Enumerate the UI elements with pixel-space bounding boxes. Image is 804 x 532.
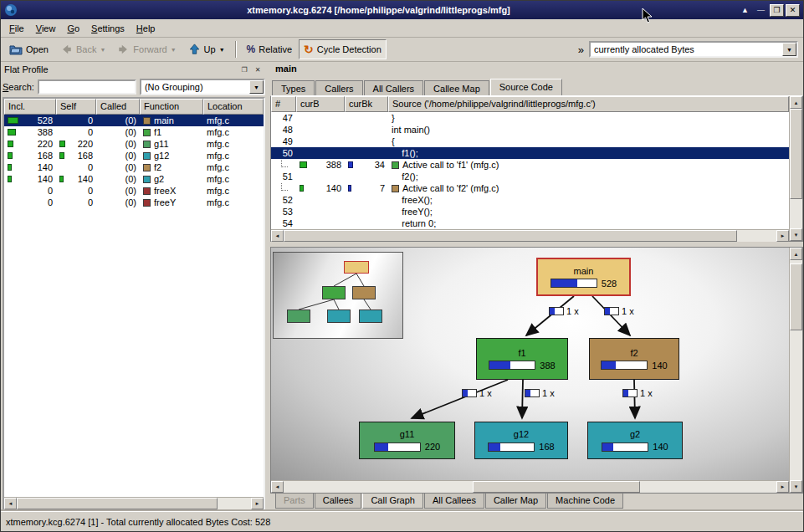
column-header-called[interactable]: Called <box>96 99 140 115</box>
open-button[interactable]: Open <box>4 39 54 59</box>
edge-label-main-f1[interactable]: 1 x <box>549 306 579 316</box>
graph-node-f2[interactable]: f2 140 <box>589 338 679 380</box>
source-call-line[interactable]: 388 34 Active call to 'f1' (mfg.c) <box>271 159 789 171</box>
column-header-incl[interactable]: Incl. <box>4 99 56 115</box>
column-header-line[interactable]: # <box>271 96 296 112</box>
forward-dropdown-icon[interactable] <box>171 47 177 53</box>
scroll-left-button[interactable] <box>271 481 284 493</box>
tab-machine-code[interactable]: Machine Code <box>547 494 623 509</box>
tab-callee-map[interactable]: Callee Map <box>424 80 489 95</box>
menu-file[interactable]: File <box>3 21 30 36</box>
tab-call-graph[interactable]: Call Graph <box>362 494 423 509</box>
close-button[interactable]: ✕ <box>786 4 800 17</box>
forward-button[interactable]: Forward <box>112 39 181 59</box>
edge-label-f1-g12[interactable]: 1 x <box>525 388 555 398</box>
scrollbar-thumb[interactable] <box>473 481 640 493</box>
dock-close-icon[interactable] <box>252 64 264 75</box>
up-dropdown-icon[interactable] <box>219 47 225 53</box>
graph-node-f1[interactable]: f1 388 <box>476 338 568 380</box>
tab-callers[interactable]: Callers <box>315 80 362 95</box>
scrollbar-thumb[interactable] <box>284 230 737 242</box>
scroll-left-button[interactable] <box>4 498 17 509</box>
tab-callees[interactable]: Callees <box>315 494 362 509</box>
minimize-button[interactable]: — <box>754 4 768 17</box>
scroll-down-button[interactable] <box>790 228 802 241</box>
tab-caller-map[interactable]: Caller Map <box>485 494 546 509</box>
source-line[interactable]: 48int main() <box>271 124 789 136</box>
source-vscrollbar[interactable] <box>789 96 802 241</box>
table-row-g12[interactable]: 168 168 (0) g12 mfg.c <box>4 150 264 161</box>
table-row-freeX[interactable]: 0 0 (0) freeX mfg.c <box>4 185 264 197</box>
cycle-detection-toggle-button[interactable]: ↻ Cycle Detection <box>299 39 387 59</box>
dock-float-icon[interactable] <box>238 64 250 75</box>
scrollbar-thumb[interactable] <box>790 109 802 199</box>
scrollbar-thumb[interactable] <box>17 498 218 509</box>
graph-node-main[interactable]: main 528 <box>536 258 631 296</box>
source-line[interactable]: 52 freeX(); <box>271 194 789 206</box>
menu-view[interactable]: View <box>30 21 62 36</box>
grouping-arrow-icon[interactable] <box>249 80 264 94</box>
dock-titlebar[interactable]: Flat Profile <box>3 62 265 77</box>
graph-vscrollbar[interactable] <box>789 248 802 493</box>
shade-button[interactable]: ▲ <box>738 4 752 17</box>
back-dropdown-icon[interactable] <box>100 47 105 53</box>
source-line[interactable]: 54 return 0; <box>271 217 789 229</box>
menu-help[interactable]: Help <box>131 21 161 36</box>
source-line[interactable]: 47} <box>271 112 789 124</box>
scroll-right-button[interactable] <box>776 230 789 242</box>
graph-node-g12[interactable]: g12 168 <box>474 422 568 459</box>
edge-label-main-f2[interactable]: 1 x <box>604 306 634 316</box>
back-button[interactable]: Back <box>55 39 110 59</box>
flat-profile-hscrollbar[interactable] <box>4 497 264 509</box>
relative-toggle-button[interactable]: % Relative <box>242 39 297 59</box>
titlebar[interactable]: xtmemory.kcg.6274 [/home/philippe/valgri… <box>1 1 803 19</box>
combobox-arrow-icon[interactable] <box>782 43 796 56</box>
table-row-freeY[interactable]: 0 0 (0) freeY mfg.c <box>4 197 264 208</box>
up-button[interactable]: Up <box>183 39 230 59</box>
node-cost-bar <box>488 442 535 452</box>
scroll-right-button[interactable] <box>251 498 264 509</box>
source-line[interactable]: 51 f2(); <box>271 171 789 182</box>
event-type-combobox[interactable]: currently allocated Bytes <box>589 41 798 58</box>
source-line[interactable]: 49{ <box>271 136 789 147</box>
search-input[interactable] <box>38 79 136 95</box>
table-row-main[interactable]: 528 0 (0) main mfg.c <box>4 115 264 126</box>
menu-go[interactable]: Go <box>61 21 85 36</box>
source-line-selected[interactable]: 50 f1(); <box>271 147 789 159</box>
tab-source-code[interactable]: Source Code <box>490 79 562 95</box>
column-header-self[interactable]: Self <box>56 99 96 115</box>
table-row-f1[interactable]: 388 0 (0) f1 mfg.c <box>4 126 264 138</box>
column-header-location[interactable]: Location <box>203 99 264 115</box>
scroll-up-button[interactable] <box>790 96 802 109</box>
scroll-left-button[interactable] <box>271 230 284 242</box>
toolbar-overflow-chevron[interactable]: » <box>575 43 587 56</box>
tab-all-callees[interactable]: All Callees <box>424 494 484 509</box>
scrollbar-thumb[interactable] <box>790 263 802 330</box>
column-header-curb[interactable]: curB <box>296 96 345 112</box>
column-header-curbk[interactable]: curBk <box>345 96 388 112</box>
table-row-f2[interactable]: 140 0 (0) f2 mfg.c <box>4 161 264 173</box>
edge-label-f1-g11[interactable]: 1 x <box>462 388 492 398</box>
graph-node-g2[interactable]: g2 140 <box>587 422 683 459</box>
scroll-right-button[interactable] <box>776 481 789 493</box>
menu-settings[interactable]: Settings <box>85 21 131 36</box>
column-header-source[interactable]: Source ('/home/philippe/valgrind/littlep… <box>388 96 789 112</box>
graph-hscrollbar[interactable] <box>271 480 789 493</box>
tab-types[interactable]: Types <box>272 80 315 95</box>
scroll-up-button[interactable] <box>790 248 802 260</box>
graph-node-g11[interactable]: g11 220 <box>359 422 455 459</box>
tab-all-callers[interactable]: All Callers <box>364 80 424 95</box>
table-row-g11[interactable]: 220 220 (0) g11 mfg.c <box>4 138 264 150</box>
edge-label-f2-g2[interactable]: 1 x <box>622 388 653 398</box>
node-cost-value: 140 <box>653 442 668 452</box>
column-header-function[interactable]: Function <box>140 99 203 115</box>
table-row-g2[interactable]: 140 140 (0) g2 mfg.c <box>4 173 264 185</box>
scroll-down-button[interactable] <box>790 480 802 493</box>
graph-overview[interactable] <box>273 252 403 339</box>
grouping-combobox[interactable]: (No Grouping) <box>140 79 265 95</box>
source-call-line[interactable]: 140 7 Active call to 'f2' (mfg.c) <box>271 182 789 194</box>
source-hscrollbar[interactable] <box>271 229 789 242</box>
call-graph-canvas[interactable]: main 528 f1 388 f2 140 g11 <box>271 248 789 480</box>
maximize-button[interactable]: ❐ <box>770 4 784 17</box>
source-line[interactable]: 53 freeY(); <box>271 206 789 217</box>
